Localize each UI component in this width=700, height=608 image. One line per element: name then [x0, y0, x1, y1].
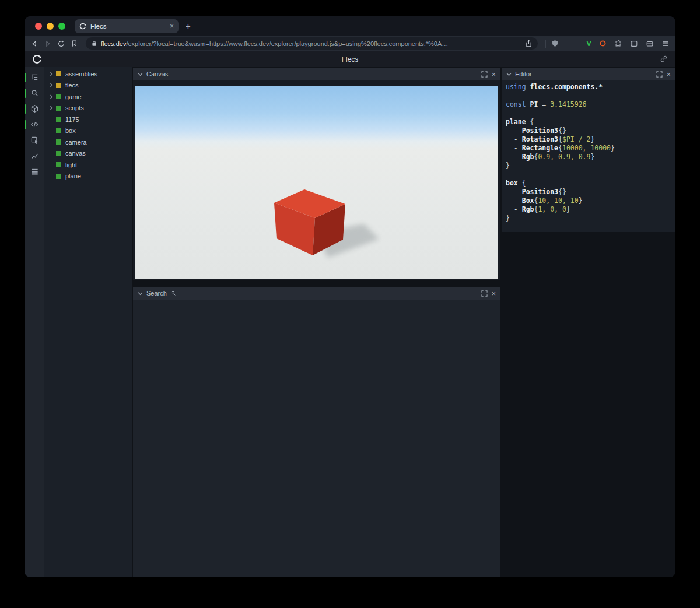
code-line: - Rgb{0.9, 0.9, 0.9}	[506, 153, 671, 161]
expand-panel-icon[interactable]	[656, 71, 663, 78]
code-line: - Rotation3{$PI / 2}	[506, 135, 671, 144]
close-window-button[interactable]	[35, 23, 42, 30]
tree-item-assemblies[interactable]: assemblies	[44, 68, 132, 80]
flecs-logo-icon	[32, 54, 42, 64]
tree-item-label: plane	[65, 173, 81, 180]
chart-icon[interactable]	[24, 148, 44, 164]
tree-item-label: camera	[65, 139, 87, 146]
v-extension-icon[interactable]: V	[586, 39, 592, 48]
tree-item-box[interactable]: box	[44, 125, 132, 137]
close-panel-icon[interactable]: ×	[666, 71, 671, 78]
expand-panel-icon[interactable]	[481, 71, 488, 78]
tool-sidebar	[24, 67, 44, 577]
browser-tab[interactable]: Flecs ×	[75, 19, 178, 33]
share-icon[interactable]	[525, 40, 533, 47]
tree-item-canvas[interactable]: canvas	[44, 148, 132, 160]
code-line: - Position3{}	[506, 188, 671, 196]
browser-toolbar: flecs.dev/explorer/?local=true&wasm=http…	[24, 36, 676, 51]
extensions-puzzle-icon[interactable]	[614, 40, 622, 48]
expand-arrow-icon[interactable]	[49, 106, 56, 110]
app-header: Flecs	[24, 51, 676, 67]
editor-panel-header: Editor ×	[502, 68, 676, 80]
active-indicator	[24, 120, 26, 129]
canvas-panel-title: Canvas	[146, 71, 168, 78]
code-line: - Rectangle{10000, 10000}	[506, 144, 671, 153]
active-indicator	[24, 104, 26, 114]
search-results-area[interactable]	[133, 300, 501, 577]
chevron-down-icon[interactable]	[138, 72, 143, 77]
tree-item-flecs[interactable]: flecs	[44, 80, 132, 92]
app-content: assembliesflecsgamescripts1175boxcamerac…	[24, 67, 676, 577]
shield-icon[interactable]	[551, 40, 559, 47]
menu-icon[interactable]	[662, 40, 670, 48]
search-icon	[170, 290, 176, 296]
zoom-window-button[interactable]	[58, 23, 65, 30]
flecs-favicon-icon	[79, 23, 86, 30]
3d-viewport[interactable]	[135, 86, 498, 279]
wallet-icon[interactable]	[646, 40, 654, 48]
chevron-down-icon[interactable]	[138, 291, 143, 296]
active-indicator	[24, 89, 26, 98]
code-icon[interactable]	[24, 117, 44, 132]
entity-color-swatch	[56, 71, 61, 76]
code-line	[506, 92, 671, 100]
tree-item-label: light	[65, 161, 77, 168]
active-indicator	[24, 73, 26, 82]
tree-item-plane[interactable]: plane	[44, 171, 132, 182]
editor-code[interactable]: using flecs.components.* const PI = 3.14…	[502, 80, 676, 232]
browser-window: Flecs × + flecs.dev/explorer/?local=true…	[24, 16, 676, 577]
entity-color-swatch	[56, 117, 61, 122]
minimize-window-button[interactable]	[47, 23, 54, 30]
cube-icon[interactable]	[24, 101, 44, 117]
code-line: - Box{10, 10, 10}	[506, 196, 671, 205]
new-tab-button[interactable]: +	[186, 21, 191, 31]
url-domain: flecs.dev	[101, 40, 126, 47]
tree-item-label: flecs	[65, 82, 79, 89]
address-bar[interactable]: flecs.dev/explorer/?local=true&wasm=http…	[86, 37, 538, 50]
rows-icon[interactable]	[24, 164, 44, 180]
tab-close-icon[interactable]: ×	[170, 22, 174, 30]
entity-tree-list: assembliesflecsgamescripts1175boxcamerac…	[44, 68, 132, 182]
toolbar-divider	[545, 40, 546, 48]
entity-color-swatch	[56, 139, 61, 145]
entity-tree: assembliesflecsgamescripts1175boxcamerac…	[44, 67, 132, 577]
tree-item-camera[interactable]: camera	[44, 136, 132, 148]
canvas-panel: Canvas ×	[133, 68, 501, 280]
entity-color-swatch	[56, 151, 61, 156]
code-line: const PI = 3.1415926	[506, 100, 671, 109]
forward-button[interactable]	[44, 40, 52, 48]
reload-button[interactable]	[57, 40, 65, 48]
tree-item-scripts[interactable]: scripts	[44, 103, 132, 114]
code-line: }	[506, 161, 671, 170]
share-link-icon[interactable]	[660, 55, 668, 63]
hierarchy-icon[interactable]	[24, 69, 44, 85]
tree-item-game[interactable]: game	[44, 91, 132, 103]
code-line: - Position3{}	[506, 126, 671, 135]
expand-arrow-icon[interactable]	[49, 94, 56, 99]
expand-arrow-icon[interactable]	[49, 83, 56, 87]
entity-color-swatch	[56, 94, 61, 99]
code-line: plane {	[506, 118, 671, 126]
page-title: Flecs	[342, 55, 359, 64]
close-panel-icon[interactable]: ×	[491, 290, 496, 297]
chevron-down-icon[interactable]	[506, 72, 512, 77]
sidebar-toggle-icon[interactable]	[630, 40, 638, 48]
editor-panel: Editor × using flecs.components.* const …	[502, 68, 676, 577]
inspect-icon[interactable]	[24, 132, 44, 148]
tree-item-1175[interactable]: 1175	[44, 114, 132, 125]
entity-color-swatch	[56, 83, 61, 88]
code-line: box {	[506, 179, 671, 188]
tree-item-light[interactable]: light	[44, 159, 132, 171]
expand-panel-icon[interactable]	[481, 290, 488, 297]
search-panel-header: Search ×	[133, 287, 501, 300]
record-extension-icon[interactable]	[599, 40, 607, 47]
expand-arrow-icon[interactable]	[49, 72, 56, 76]
code-line: using flecs.components.*	[506, 83, 671, 92]
back-button[interactable]	[30, 40, 38, 48]
search-icon[interactable]	[24, 85, 44, 101]
bookmark-icon[interactable]	[71, 40, 78, 47]
close-panel-icon[interactable]: ×	[491, 71, 496, 78]
tree-item-label: assemblies	[65, 71, 97, 78]
entity-color-swatch	[56, 106, 61, 111]
code-line	[506, 109, 671, 118]
